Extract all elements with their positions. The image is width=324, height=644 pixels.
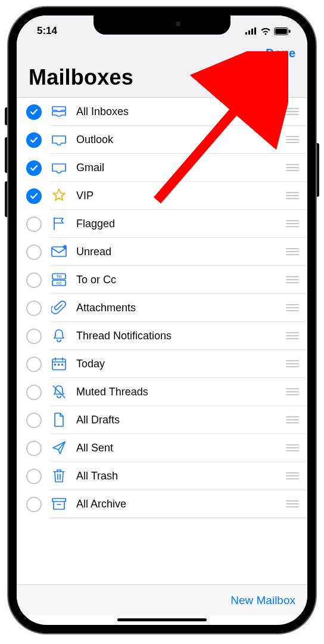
mailbox-label: Flagged xyxy=(76,218,286,230)
cellular-icon xyxy=(245,27,257,35)
checkbox[interactable] xyxy=(26,385,42,400)
mailbox-label: All Archive xyxy=(76,498,286,510)
reorder-handle-icon[interactable] xyxy=(286,444,299,451)
reorder-handle-icon[interactable] xyxy=(286,248,299,255)
checkbox[interactable] xyxy=(26,273,42,288)
checkbox[interactable] xyxy=(26,497,42,512)
checkbox[interactable] xyxy=(26,188,42,204)
mailbox-row-unread[interactable]: Unread xyxy=(17,238,307,266)
wifi-icon xyxy=(260,27,271,35)
bell-icon xyxy=(50,327,68,345)
device-frame: 5:14 Done Mailboxes All InboxesOutlookGm… xyxy=(8,7,316,633)
new-mailbox-button[interactable]: New Mailbox xyxy=(230,594,295,607)
svg-rect-2 xyxy=(251,29,253,35)
done-button[interactable]: Done xyxy=(266,47,295,60)
svg-rect-6 xyxy=(289,30,291,33)
toolbar: New Mailbox xyxy=(17,584,307,615)
mailbox-label: Attachments xyxy=(76,302,286,314)
inbox-icon xyxy=(50,131,68,148)
reorder-handle-icon[interactable] xyxy=(286,108,299,115)
checkbox[interactable] xyxy=(26,160,42,176)
mailbox-label: VIP xyxy=(76,190,286,202)
star-icon xyxy=(50,187,68,205)
bell-slash-icon xyxy=(50,383,68,401)
mailbox-row-thread-notifications[interactable]: Thread Notifications xyxy=(17,322,307,350)
mailbox-label: Unread xyxy=(76,246,286,258)
checkbox[interactable] xyxy=(26,413,42,428)
svg-rect-0 xyxy=(245,32,247,35)
svg-rect-15 xyxy=(58,364,60,366)
svg-text:TO: TO xyxy=(57,275,62,278)
reorder-handle-icon[interactable] xyxy=(286,192,299,199)
mailbox-label: All Sent xyxy=(76,442,286,454)
checkbox[interactable] xyxy=(26,104,42,120)
mailbox-label: To or Cc xyxy=(76,274,286,286)
svg-text:CC: CC xyxy=(57,281,62,285)
svg-rect-16 xyxy=(61,364,63,366)
flag-icon xyxy=(50,215,68,233)
checkbox[interactable] xyxy=(26,441,42,456)
checkbox[interactable] xyxy=(26,301,42,316)
checkbox[interactable] xyxy=(26,244,42,260)
mailbox-row-today[interactable]: Today xyxy=(17,350,307,378)
mailbox-row-outlook[interactable]: Outlook xyxy=(17,126,307,154)
checkbox[interactable] xyxy=(26,357,42,372)
mailbox-row-archive[interactable]: All Archive xyxy=(17,490,307,518)
mailbox-row-all-inboxes[interactable]: All Inboxes xyxy=(17,98,307,126)
inbox-icon xyxy=(50,159,68,177)
envelope-dot-icon xyxy=(50,243,68,261)
checkbox[interactable] xyxy=(26,469,42,484)
reorder-handle-icon[interactable] xyxy=(286,220,299,227)
inbox-stack-icon xyxy=(50,103,68,120)
reorder-handle-icon[interactable] xyxy=(286,360,299,367)
mailbox-label: All Trash xyxy=(76,470,286,482)
mailbox-row-sent[interactable]: All Sent xyxy=(17,434,307,462)
reorder-handle-icon[interactable] xyxy=(286,472,299,479)
archive-icon xyxy=(50,495,68,513)
status-time: 5:14 xyxy=(37,25,57,37)
home-indicator xyxy=(117,618,207,621)
mailbox-label: Today xyxy=(76,358,286,370)
checkbox[interactable] xyxy=(26,329,42,344)
mailbox-row-drafts[interactable]: All Drafts xyxy=(17,406,307,434)
mailbox-label: Muted Threads xyxy=(76,386,286,398)
paperclip-icon xyxy=(50,299,68,317)
mailbox-label: Outlook xyxy=(76,134,286,146)
mailbox-row-flagged[interactable]: Flagged xyxy=(17,210,307,238)
checkbox[interactable] xyxy=(26,216,42,232)
doc-icon xyxy=(50,411,68,429)
paperplane-icon xyxy=(50,439,68,457)
mailbox-row-trash[interactable]: All Trash xyxy=(17,462,307,490)
page-title: Mailboxes xyxy=(17,60,307,98)
notch xyxy=(94,16,230,35)
mailbox-row-gmail[interactable]: Gmail xyxy=(17,154,307,182)
mailbox-list: All InboxesOutlookGmailVIPFlaggedUnreadT… xyxy=(17,98,307,518)
mailbox-label: Gmail xyxy=(76,162,286,174)
reorder-handle-icon[interactable] xyxy=(286,164,299,171)
mailbox-label: All Inboxes xyxy=(76,106,286,118)
svg-rect-14 xyxy=(54,364,56,366)
svg-rect-17 xyxy=(52,499,66,501)
checkbox[interactable] xyxy=(26,132,42,148)
mailbox-label: Thread Notifications xyxy=(76,330,286,342)
to-cc-icon: TOCC xyxy=(50,271,68,289)
trash-icon xyxy=(50,467,68,485)
reorder-handle-icon[interactable] xyxy=(286,136,299,143)
mailbox-label: All Drafts xyxy=(76,414,286,426)
reorder-handle-icon[interactable] xyxy=(286,416,299,423)
reorder-handle-icon[interactable] xyxy=(286,332,299,339)
svg-rect-1 xyxy=(248,30,250,35)
calendar-icon xyxy=(50,355,68,373)
mailbox-row-attachments[interactable]: Attachments xyxy=(17,294,307,322)
reorder-handle-icon[interactable] xyxy=(286,304,299,311)
reorder-handle-icon[interactable] xyxy=(286,276,299,283)
mailbox-row-muted[interactable]: Muted Threads xyxy=(17,378,307,406)
reorder-handle-icon[interactable] xyxy=(286,500,299,507)
reorder-handle-icon[interactable] xyxy=(286,388,299,395)
svg-rect-5 xyxy=(275,29,287,34)
svg-point-8 xyxy=(63,245,67,249)
battery-icon xyxy=(274,27,291,35)
svg-rect-3 xyxy=(254,27,256,35)
mailbox-row-to-cc[interactable]: TOCCTo or Cc xyxy=(17,266,307,294)
mailbox-row-vip[interactable]: VIP xyxy=(17,182,307,210)
